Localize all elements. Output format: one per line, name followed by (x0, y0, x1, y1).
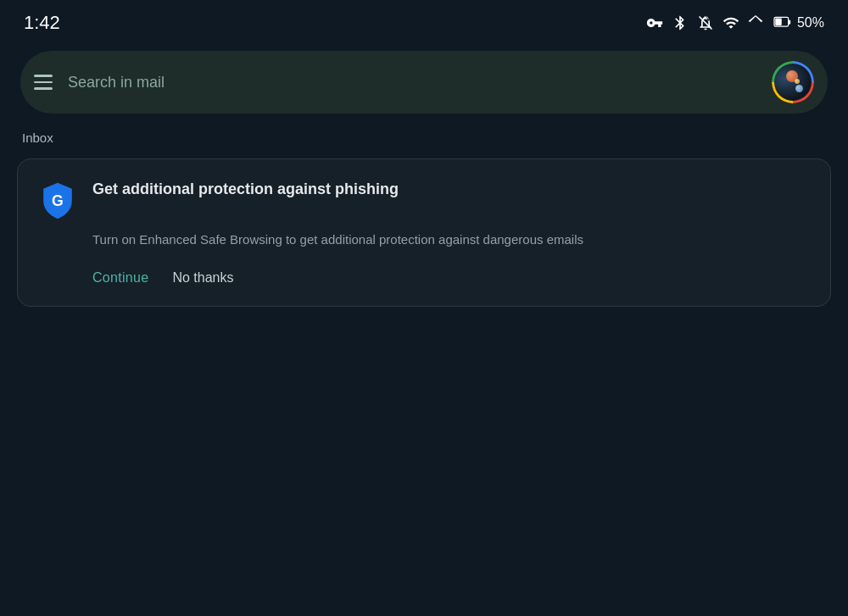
status-time: 1:42 (24, 12, 60, 34)
wifi-icon (722, 14, 739, 31)
search-placeholder[interactable]: Search in mail (68, 74, 756, 92)
card-body: Turn on Enhanced Safe Browsing to get ad… (38, 230, 810, 289)
notification-card: G Get additional protection against phis… (17, 158, 831, 307)
status-icons: 50% (646, 14, 824, 31)
battery-percentage: 50% (797, 15, 824, 31)
no-thanks-button[interactable]: No thanks (172, 267, 233, 289)
vpn-key-icon (646, 14, 663, 31)
hamburger-line (34, 75, 53, 77)
planet-decoration (795, 85, 803, 92)
svg-rect-2 (789, 20, 791, 25)
avatar[interactable] (772, 61, 814, 103)
search-bar[interactable]: Search in mail (20, 51, 828, 114)
inbox-label: Inbox (0, 127, 848, 155)
status-bar: 1:42 (0, 0, 848, 42)
signal-icon (748, 15, 763, 31)
shield-icon: G (38, 181, 77, 220)
bluetooth-icon (672, 14, 689, 31)
svg-rect-3 (775, 19, 782, 25)
search-container: Search in mail (0, 42, 848, 127)
card-header: G Get additional protection against phis… (38, 180, 810, 220)
card-title: Get additional protection against phishi… (92, 180, 399, 199)
card-description: Turn on Enhanced Safe Browsing to get ad… (92, 230, 810, 250)
hamburger-line (34, 81, 53, 84)
hamburger-menu-icon[interactable] (34, 75, 53, 90)
card-actions: Continue No thanks (92, 267, 810, 289)
hamburger-line (34, 87, 53, 90)
svg-text:G: G (52, 192, 64, 209)
continue-button[interactable]: Continue (92, 267, 148, 289)
planet-decoration (795, 79, 800, 84)
battery-icon: 50% (772, 14, 824, 31)
mute-icon (697, 14, 714, 31)
